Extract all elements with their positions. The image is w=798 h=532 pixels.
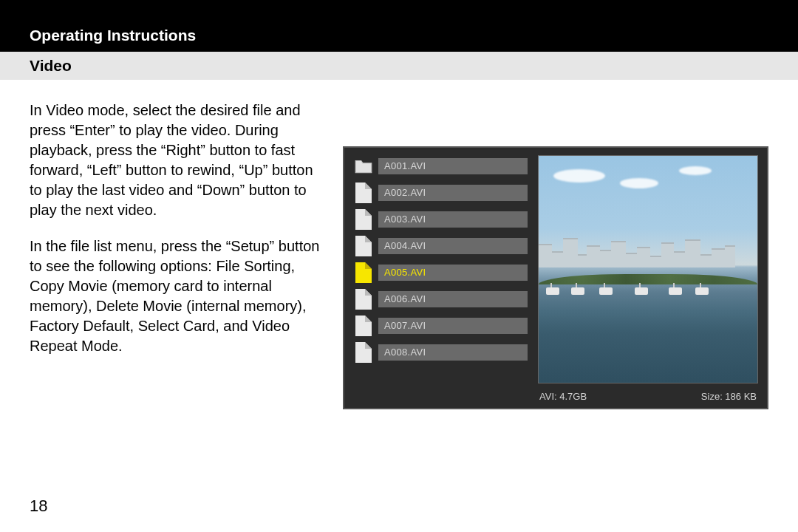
file-name-label: A005.AVI (378, 265, 528, 281)
file-icon (353, 208, 374, 231)
info-total-size: AVI: 4.7GB (539, 391, 587, 402)
file-icon (353, 341, 374, 364)
file-icon (353, 315, 374, 337)
file-name-label: A008.AVI (378, 344, 528, 361)
file-name-label: A004.AVI (378, 238, 528, 254)
file-name-label: A002.AVI (378, 185, 528, 201)
file-name-label: A006.AVI (378, 291, 528, 307)
file-icon (353, 235, 374, 257)
instruction-text: In Video mode, select the desired file a… (30, 100, 325, 409)
chapter-title: Operating Instructions (30, 27, 196, 44)
device-screenshot: A001.AVIA002.AVIA003.AVIA004.AVIA005.AVI… (343, 146, 768, 409)
page-number: 18 (30, 497, 47, 516)
folder-icon (353, 155, 374, 177)
file-info-bar: AVI: 4.7GB Size: 186 KB (538, 383, 758, 402)
preview-pane: AVI: 4.7GB Size: 186 KB (538, 155, 758, 402)
instruction-paragraph: In the file list menu, press the “Setup”… (30, 236, 325, 356)
file-row[interactable]: A003.AVI (353, 208, 528, 231)
file-row[interactable]: A001.AVI (353, 155, 528, 177)
file-row[interactable]: A006.AVI (353, 288, 528, 310)
file-row[interactable]: A008.AVI (353, 341, 528, 364)
file-name-label: A001.AVI (378, 158, 528, 174)
file-row[interactable]: A007.AVI (353, 315, 528, 337)
file-icon (353, 182, 374, 204)
file-name-label: A003.AVI (378, 211, 528, 228)
file-row[interactable]: A002.AVI (353, 182, 528, 204)
section-title: Video (30, 57, 72, 74)
instruction-paragraph: In Video mode, select the desired file a… (30, 100, 325, 220)
file-list: A001.AVIA002.AVIA003.AVIA004.AVIA005.AVI… (353, 155, 528, 402)
file-row[interactable]: A004.AVI (353, 235, 528, 257)
info-file-size: Size: 186 KB (701, 391, 757, 402)
file-icon (353, 288, 374, 310)
file-row[interactable]: A005.AVI (353, 262, 528, 284)
chapter-header: Operating Instructions (0, 0, 798, 52)
video-thumbnail (538, 155, 758, 383)
section-header: Video (0, 52, 798, 80)
file-name-label: A007.AVI (378, 318, 528, 334)
file-icon (353, 262, 374, 284)
